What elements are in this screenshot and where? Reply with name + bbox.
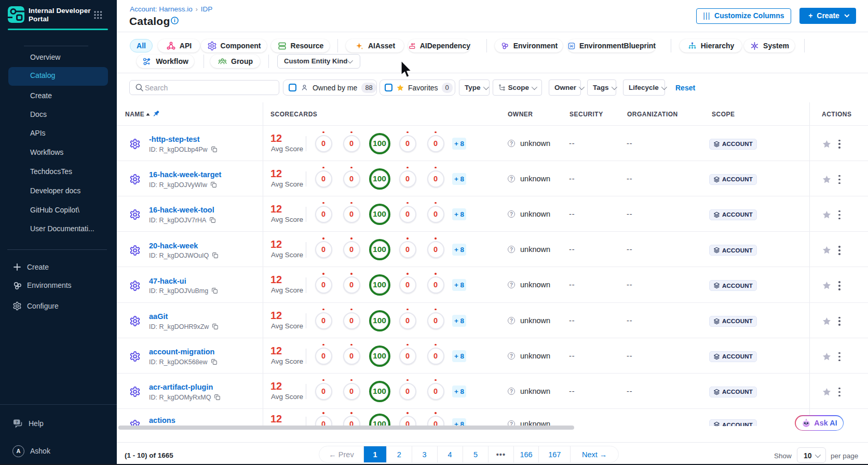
svg-text:?: ?	[16, 420, 18, 424]
